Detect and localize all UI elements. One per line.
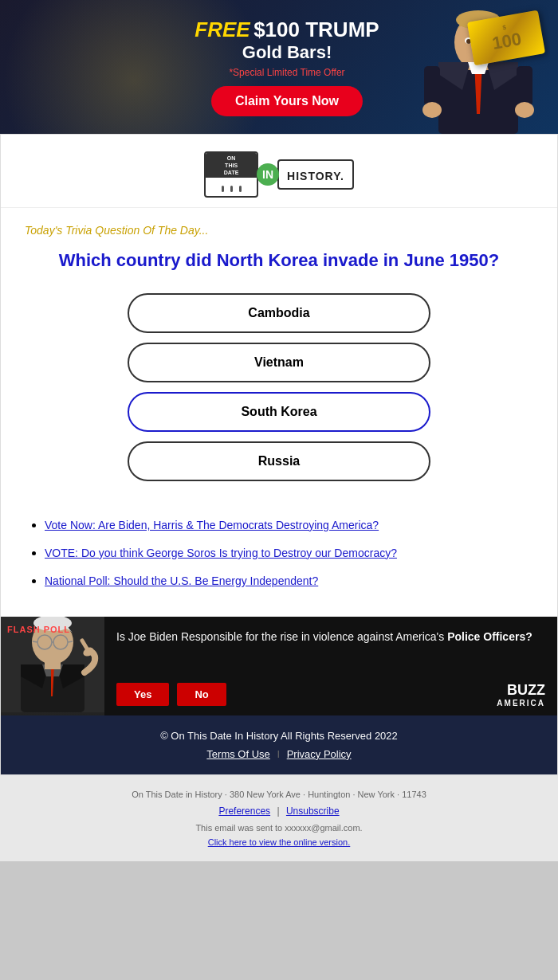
flash-poll-question: Is Joe Biden Responsible for the rise in… xyxy=(116,629,545,645)
answer-cambodia[interactable]: Cambodia xyxy=(128,293,430,333)
link-2[interactable]: VOTE: Do you think George Soros Is tryin… xyxy=(45,547,397,559)
email-footer-nav: Preferences | Unsubscribe xyxy=(16,806,542,817)
ad-title-line2: Gold Bars! xyxy=(16,42,558,63)
buzz-logo: BUZZ AMERICA xyxy=(497,682,545,708)
footer-links: Terms Of Use I Privacy Policy xyxy=(17,748,541,760)
ad-content: FREE $100 TRUMP Gold Bars! *Special Limi… xyxy=(0,18,558,116)
email-footer-sent: This email was sent to xxxxxx@gmail.com. xyxy=(16,823,542,833)
preferences-link[interactable]: Preferences xyxy=(218,806,270,817)
ad-banner: FREE $100 TRUMP Gold Bars! *Special Limi… xyxy=(0,0,558,134)
logo-cal-header: ON THIS DATE xyxy=(206,153,257,178)
list-item-1: Vote Now: Are Biden, Harris & The Democr… xyxy=(45,517,533,534)
answer-vietnam[interactable]: Vietnam xyxy=(128,343,430,382)
svg-line-28 xyxy=(33,641,37,642)
logo-cal-rings xyxy=(206,178,257,196)
link-3[interactable]: National Poll: Should the U.S. Be Energy… xyxy=(45,574,318,587)
answer-south-korea[interactable]: South Korea xyxy=(128,392,430,432)
unsubscribe-link[interactable]: Unsubscribe xyxy=(286,806,340,817)
email-footer: On This Date in History · 380 New York A… xyxy=(0,775,558,861)
links-list: Vote Now: Are Biden, Harris & The Democr… xyxy=(25,517,533,590)
svg-line-29 xyxy=(68,641,73,642)
answer-russia[interactable]: Russia xyxy=(128,441,430,481)
email-footer-address: On This Date in History · 380 New York A… xyxy=(16,790,542,799)
page-wrapper: FREE $100 TRUMP Gold Bars! *Special Limi… xyxy=(0,0,558,861)
link-1[interactable]: Vote Now: Are Biden, Harris & The Democr… xyxy=(45,519,379,531)
footer-privacy-link[interactable]: Privacy Policy xyxy=(287,748,352,760)
ad-claim-button[interactable]: Claim Yours Now xyxy=(211,86,363,116)
flash-poll-content: Is Joe Biden Responsible for the rise in… xyxy=(104,617,557,715)
list-item-2: VOTE: Do you think George Soros Is tryin… xyxy=(45,545,533,562)
links-section: Vote Now: Are Biden, Harris & The Democr… xyxy=(1,517,557,617)
flash-poll-banner: FLASH POLL xyxy=(1,617,557,715)
flash-poll-buttons: Yes No BUZZ AMERICA xyxy=(116,682,545,708)
footer-copyright: © On This Date In History All Rights Res… xyxy=(17,730,541,742)
site-logo: ON THIS DATE IN xyxy=(204,151,354,198)
flash-poll-image: FLASH POLL xyxy=(1,617,104,715)
trivia-label: Today's Trivia Question Of The Day... xyxy=(25,224,533,237)
view-online-link[interactable]: Click here to view the online version. xyxy=(208,837,351,847)
footer-pipe: I xyxy=(277,748,280,760)
main-container: ON THIS DATE IN xyxy=(0,134,558,775)
email-pipe: | xyxy=(277,806,279,817)
quiz-section: Today's Trivia Question Of The Day... Wh… xyxy=(1,208,557,517)
email-footer-view: Click here to view the online version. xyxy=(16,837,542,847)
logo-in-circle: IN xyxy=(257,163,279,186)
list-item-3: National Poll: Should the U.S. Be Energy… xyxy=(45,573,533,590)
ad-free-text: FREE $100 TRUMP xyxy=(16,18,558,42)
logo-calendar: ON THIS DATE xyxy=(204,151,258,198)
poll-no-button[interactable]: No xyxy=(177,683,226,706)
answer-options: Cambodia Vietnam South Korea Russia xyxy=(25,293,533,481)
quiz-question: Which country did North Korea invade in … xyxy=(25,249,533,273)
footer-main: © On This Date In History All Rights Res… xyxy=(1,715,557,774)
footer-terms-link[interactable]: Terms Of Use xyxy=(206,748,269,760)
ad-title-line1: $100 TRUMP xyxy=(253,18,379,41)
ad-subtitle: *Special Limited Time Offer xyxy=(16,67,558,78)
flash-poll-label: FLASH POLL xyxy=(7,625,70,634)
logo-history-text: HISTORY. xyxy=(277,159,354,190)
poll-yes-button[interactable]: Yes xyxy=(116,683,169,706)
site-header: ON THIS DATE IN xyxy=(1,135,557,208)
